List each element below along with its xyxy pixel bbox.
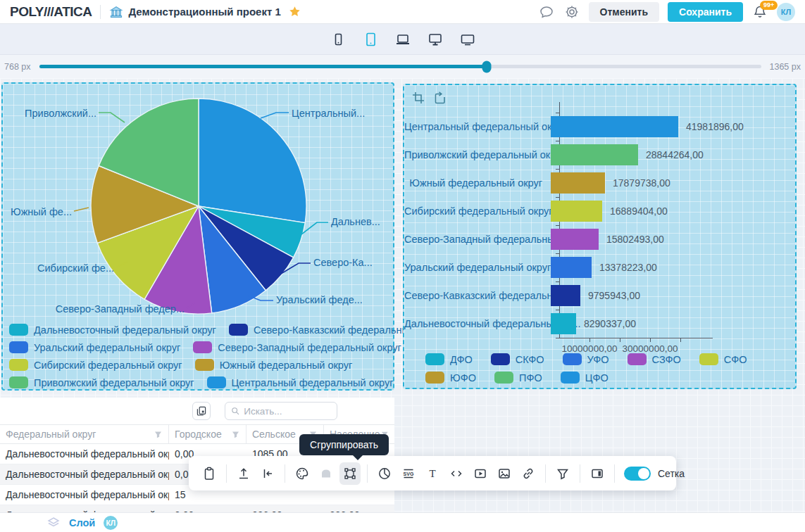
table-cell: 226,00 (247, 505, 324, 512)
pie-callout-label: Дальнев... (331, 216, 380, 227)
image-icon[interactable] (494, 462, 515, 485)
pie-chart[interactable]: Центральный...Дальнев...Северо-Ка...Урал… (3, 84, 393, 322)
container-icon[interactable] (316, 462, 337, 485)
table-cell: Дальневосточный федеральный округ (0, 444, 169, 464)
bar-value-label: 8290337,00 (584, 313, 636, 334)
bar-row: Уральский федеральный округ13378223,00 (404, 253, 791, 281)
widget-tools (411, 91, 447, 105)
legend-item[interactable]: Южный федеральный округ (195, 359, 353, 371)
pie-chart-icon[interactable] (374, 462, 395, 485)
device-mobile-button[interactable] (327, 29, 349, 50)
table-search[interactable] (225, 402, 337, 420)
video-icon[interactable] (470, 462, 491, 485)
legend-item[interactable]: ЦФО (561, 372, 609, 384)
svg-text:T: T (429, 468, 435, 479)
legend-label: Южный федеральный округ (220, 360, 353, 371)
paste-icon[interactable] (199, 462, 220, 485)
layers-icon[interactable] (46, 516, 61, 530)
bar-value-label: 16889404,00 (610, 201, 668, 222)
bar-value-label: 17879738,00 (613, 172, 670, 194)
bar-segment[interactable] (551, 144, 638, 165)
legend-item[interactable]: СКФО (491, 353, 544, 365)
legend-label: Сибирский федеральный округ (34, 360, 182, 371)
x-axis-tick-label: 30000000,00 (623, 343, 678, 354)
insert-left-icon[interactable] (257, 462, 278, 485)
grid-toggle[interactable] (624, 467, 651, 481)
width-slider-track[interactable] (39, 65, 761, 68)
copy-table-button[interactable] (192, 402, 211, 420)
pie-callout-line (261, 113, 289, 118)
filter-icon[interactable] (154, 430, 163, 439)
search-input[interactable] (244, 406, 331, 417)
user-avatar[interactable]: КЛ (777, 3, 795, 21)
legend-item[interactable]: УФО (563, 353, 609, 365)
legend-item[interactable]: Центральный федеральный округ (207, 376, 394, 388)
link-icon[interactable] (518, 462, 539, 485)
column-header-label: Городское (175, 429, 222, 440)
chat-icon[interactable] (538, 4, 555, 20)
bar-segment[interactable] (551, 201, 602, 222)
device-tv-button[interactable] (457, 29, 478, 50)
pie-slice-ЦФО[interactable] (199, 99, 306, 223)
device-desktop-button[interactable] (425, 29, 446, 50)
save-button[interactable]: Сохранить (668, 2, 743, 22)
legend-item[interactable]: ДФО (425, 353, 473, 365)
text-icon[interactable]: T (422, 462, 443, 485)
legend-item[interactable]: Дальневосточный федеральный округ (9, 324, 216, 336)
legend-item[interactable]: Северо-Западный федеральный округ (193, 341, 401, 353)
width-slider-handle[interactable] (482, 61, 492, 72)
star-icon[interactable] (287, 4, 304, 20)
column-header[interactable]: Городское (169, 425, 247, 443)
notifications-bell-icon[interactable]: 99+ (751, 4, 768, 20)
bar-segment[interactable] (551, 172, 605, 194)
filter-icon[interactable] (231, 430, 240, 439)
bar-segment[interactable] (551, 285, 580, 306)
legend-color-chip (9, 341, 28, 353)
palette-icon[interactable] (292, 462, 313, 485)
bar-category-label: Центральный федеральный округ (404, 121, 551, 132)
group-icon[interactable] (339, 462, 361, 485)
legend-item[interactable]: ЮФО (425, 372, 476, 384)
upload-icon[interactable] (233, 462, 254, 485)
legend-item[interactable]: Уральский федеральный округ (9, 341, 180, 353)
pie-callout-label: Центральный... (292, 108, 365, 119)
legend-label: СКФО (516, 354, 544, 365)
svg-icon[interactable]: SVG (398, 462, 419, 485)
legend-item[interactable]: СЗФО (628, 353, 681, 365)
bar-segment[interactable] (551, 229, 599, 250)
app-window: POLY///ATICA Демонстрационный проект 1 О (0, 0, 805, 532)
bar-category-label: Уральский федеральный округ (404, 262, 551, 273)
bar-segment[interactable] (551, 116, 678, 137)
undo-frame-icon[interactable] (432, 91, 447, 105)
legend-item[interactable]: Приволжский федеральный округ (9, 376, 194, 388)
bar-value-label: 13378223,00 (599, 257, 657, 278)
bar-row: Центральный федеральный округ41981896,00 (404, 113, 791, 141)
device-laptop-button[interactable] (392, 29, 413, 50)
code-icon[interactable] (446, 462, 467, 485)
bar-chart-widget[interactable]: Центральный федеральный округ41981896,00… (403, 84, 797, 389)
pie-legend: Дальневосточный федеральный округСеверо-… (9, 324, 442, 394)
legend-item[interactable]: ПФО (494, 372, 542, 384)
device-tablet-button[interactable] (360, 29, 381, 50)
bar-segment[interactable] (551, 257, 592, 278)
legend-item[interactable]: Сибирский федеральный округ (9, 359, 182, 371)
table-row[interactable]: Дальневосточный федеральный округ0,00226… (0, 505, 394, 512)
column-header[interactable]: Федеральный округ (0, 425, 169, 443)
legend-item[interactable]: СФО (699, 353, 747, 365)
viewport-width-slider-row: 768 px 1365 px (0, 55, 805, 78)
bar-value-label: 15802493,00 (606, 229, 664, 250)
cancel-button[interactable]: Отменить (589, 2, 659, 22)
legend-label: Центральный федеральный округ (232, 377, 394, 388)
layer-label[interactable]: Слой (69, 517, 95, 528)
pie-chart-widget[interactable]: Центральный...Дальнев...Северо-Ка...Урал… (1, 82, 394, 391)
legend-color-chip (9, 324, 28, 336)
bar-segment[interactable] (551, 313, 576, 334)
slider-max-label: 1365 px (770, 62, 801, 72)
gear-icon[interactable] (563, 4, 580, 20)
editor-canvas[interactable]: Центральный...Дальнев...Северо-Ка...Урал… (0, 78, 805, 512)
x-axis-tick-label: 10000000,00 (562, 343, 618, 354)
filter-icon[interactable] (552, 462, 573, 485)
bar-chart-x-axis: 10000000,0030000000,00 (559, 338, 713, 338)
panel-layout-icon[interactable] (587, 462, 608, 485)
crop-icon[interactable] (411, 91, 425, 105)
